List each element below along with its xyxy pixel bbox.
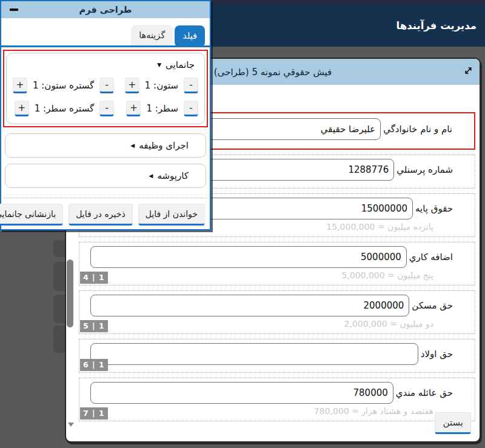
increment-button[interactable]: +	[15, 101, 29, 116]
panel-footer: خواندن از فایل ذخیره در فایل بازنشانی جا…	[1, 198, 210, 231]
field-group[interactable]: حق عائله مندي هفتصد و هشتاد هزار = 780,0…	[79, 378, 475, 421]
increment-button[interactable]: +	[125, 78, 139, 93]
field-label: حق عائله مندي	[393, 387, 453, 398]
stepper-label: سطر: 1	[146, 103, 178, 114]
field-helper-text: دو میلیون = 2,000,000	[84, 319, 470, 329]
minimize-icon	[10, 8, 18, 11]
position-badge: 1 | 4	[80, 272, 108, 284]
accordion-label: اجرای وظیفه	[139, 140, 189, 151]
chevron-down-icon: ▼	[157, 62, 161, 68]
field-line: حق مسکن	[84, 295, 470, 316]
layout-accordion: جانمایی ▼ - ستون: 1 + - گستره ستون: 1 + …	[6, 53, 205, 124]
position-badge: 1 | 5	[80, 320, 108, 333]
field-group[interactable]: حق اولاد 1 | 6	[79, 339, 475, 373]
button-label: بازنشانی جانمایی	[0, 209, 56, 219]
increment-button[interactable]: +	[13, 78, 27, 93]
field-input[interactable]	[90, 343, 418, 365]
field-label: حق مسکن	[409, 300, 453, 311]
panel-footer-button[interactable]: خواندن از فایل	[138, 204, 205, 226]
field-group[interactable]: اضافه کاري پنج میلیون = 5,000,000 1 | 4	[79, 242, 475, 286]
stepper-label: گستره ستون: 1	[33, 80, 94, 91]
selected-section-highlight: جانمایی ▼ - ستون: 1 + - گستره ستون: 1 + …	[3, 50, 208, 127]
form-designer-panel: طراحی فرم فیلد گزینه‌ها جانمایی ▼ - ستون…	[0, 0, 211, 230]
stepper: - سطر: 1 +	[122, 101, 198, 116]
field-label: حق اولاد	[418, 349, 453, 359]
panel-footer-button[interactable]: ذخیره در فایل	[69, 204, 133, 226]
dialog-title: فیش حقوقي نمونه 5 (طراحی)	[214, 67, 332, 78]
field-label: اضافه کاري	[407, 252, 453, 262]
scrollbar-thumb[interactable]	[67, 259, 73, 327]
layout-accordion-header[interactable]: جانمایی ▼	[10, 58, 201, 76]
decrement-button[interactable]: -	[99, 78, 114, 93]
resize-diagonal-icon	[463, 65, 473, 76]
minus-icon: -	[105, 102, 108, 113]
plus-icon: +	[130, 102, 138, 113]
scroll-down-arrow-icon[interactable]	[68, 423, 74, 427]
close-button[interactable]: بستن	[435, 412, 471, 434]
accordion-list: اجرای وظیفه ◀ کارپوشه ◀	[1, 133, 210, 188]
field-line: اضافه کاري	[84, 246, 470, 268]
field-label: نام و نام خانوادگي	[381, 124, 452, 135]
plus-icon: +	[18, 102, 25, 113]
plus-icon: +	[128, 79, 136, 90]
stepper: - ستون: 1 +	[122, 78, 198, 93]
minimize-button[interactable]	[6, 1, 22, 18]
position-badge: 1 | 7	[80, 407, 108, 420]
field-label: حقوق پايه	[413, 203, 453, 214]
minus-icon: -	[189, 102, 192, 113]
accordion-section[interactable]: اجرای وظیفه ◀	[5, 133, 206, 158]
minus-icon: -	[105, 79, 108, 90]
panel-header: طراحی فرم	[1, 1, 210, 18]
field-input[interactable]	[90, 295, 409, 316]
decrement-button[interactable]: -	[184, 78, 198, 93]
field-input[interactable]	[90, 382, 393, 404]
tab-label: گزینه‌ها	[139, 30, 165, 40]
field-helper-text: پنج میلیون = 5,000,000	[84, 270, 470, 280]
stepper-label: گستره سطر: 1	[35, 103, 94, 114]
panel-title: طراحی فرم	[79, 5, 132, 15]
position-badge: 1 | 6	[80, 359, 108, 372]
accordion-section[interactable]: کارپوشه ◀	[5, 164, 206, 188]
page-title: مديريت فرآيندها	[396, 4, 477, 47]
field-label: شماره پرسنلي	[394, 164, 453, 175]
accordion-label: کارپوشه	[158, 170, 189, 181]
chevron-left-icon: ◀	[130, 143, 135, 149]
tab-label: فیلد	[182, 31, 197, 41]
plus-icon: +	[16, 79, 24, 90]
stepper: - گستره سطر: 1 +	[13, 101, 114, 116]
increment-button[interactable]: +	[126, 101, 141, 116]
minus-icon: -	[189, 79, 192, 90]
stepper: - گستره ستون: 1 +	[13, 78, 114, 93]
button-label: ذخیره در فایل	[76, 209, 125, 219]
tab[interactable]: فیلد	[175, 25, 205, 47]
field-line: حق عائله مندي	[84, 382, 470, 404]
field-helper-text: هفتصد و هشتاد هزار = 780,000	[84, 406, 470, 416]
field-line: حق اولاد	[84, 343, 470, 365]
tab-bar: فیلد گزینه‌ها	[1, 18, 210, 47]
layout-steppers: - ستون: 1 + - گستره ستون: 1 + - سطر: 1 +…	[10, 76, 201, 118]
accordion-label: جانمایی	[166, 59, 195, 70]
field-input[interactable]	[90, 246, 407, 268]
decrement-button[interactable]: -	[99, 101, 114, 116]
decrement-button[interactable]: -	[184, 101, 198, 116]
expand-button[interactable]	[463, 65, 473, 76]
panel-footer-button[interactable]: بازنشانی جانمایی	[0, 204, 63, 226]
button-label: خواندن از فایل	[146, 209, 198, 219]
chevron-left-icon: ◀	[149, 173, 153, 179]
tab[interactable]: گزینه‌ها	[131, 25, 173, 45]
field-group[interactable]: حق مسکن دو میلیون = 2,000,000 1 | 5	[79, 290, 475, 334]
stepper-label: ستون: 1	[145, 80, 178, 91]
